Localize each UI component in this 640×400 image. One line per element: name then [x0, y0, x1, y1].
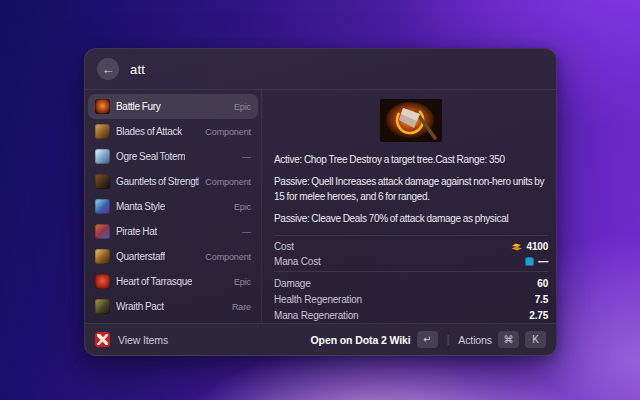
item-badge: Epic — [234, 102, 251, 112]
open-wiki-label: Open on Dota 2 Wiki — [311, 334, 411, 346]
mana-cost-label: Mana Cost — [274, 256, 321, 267]
item-badge: Epic — [234, 202, 251, 212]
status-bar: View Items Open on Dota 2 Wiki ↵ | Actio… — [85, 323, 556, 355]
item-name: Manta Style — [116, 201, 165, 212]
list-item-heart-of-tarrasque[interactable]: Heart of Tarrasque Epic — [88, 269, 258, 294]
ability-passive-quell-text: Passive: Quell Increases attack damage a… — [274, 174, 548, 204]
command-label: View Items — [118, 334, 168, 346]
quarterstaff-icon — [95, 249, 110, 264]
open-wiki-action[interactable]: Open on Dota 2 Wiki ↵ — [311, 331, 438, 348]
item-name: Battle Fury — [116, 101, 161, 112]
search-input[interactable]: att — [130, 62, 145, 77]
mana-regen-value: 2.75 — [529, 310, 548, 321]
damage-label: Damage — [274, 278, 311, 289]
item-badge: Component — [205, 127, 251, 137]
health-regen-row: Health Regeneration 7.5 — [274, 291, 548, 307]
command-key-icon: ⌘ — [498, 331, 519, 348]
launcher-window: ← att Battle Fury Epic Blades of Attack … — [84, 48, 557, 356]
mana-regen-row: Mana Regeneration 2.75 — [274, 307, 548, 323]
gold-coin-icon — [510, 242, 523, 252]
item-name: Blades of Attack — [116, 126, 182, 137]
ability-passive-cleave-text: Passive: Cleave Deals 70% of attack dama… — [274, 211, 548, 226]
damage-row: Damage 60 — [274, 275, 548, 291]
list-item-gauntlets-of-strength[interactable]: Gauntlets of Strength Component — [88, 169, 258, 194]
manta-style-icon — [95, 199, 110, 214]
results-list: Battle Fury Epic Blades of Attack Compon… — [85, 90, 261, 323]
k-key-icon: K — [525, 331, 546, 348]
mana-regen-label: Mana Regeneration — [274, 310, 358, 321]
enter-key-icon: ↵ — [417, 331, 438, 348]
detail-panel: Active: Chop Tree Destroy a target tree.… — [262, 90, 556, 323]
list-item-battle-fury[interactable]: Battle Fury Epic — [88, 94, 258, 119]
actions-label: Actions — [458, 334, 492, 346]
list-item-wraith-pact[interactable]: Wraith Pact Rare — [88, 294, 258, 319]
battle-fury-image — [380, 99, 442, 142]
gauntlets-of-strength-icon — [95, 174, 110, 189]
cost-value: 4100 — [527, 241, 548, 252]
ogre-seal-totem-icon — [95, 149, 110, 164]
health-regen-value: 7.5 — [535, 294, 548, 305]
battle-fury-icon — [95, 99, 110, 114]
desktop-background: ← att Battle Fury Epic Blades of Attack … — [0, 0, 640, 400]
actions-menu-button[interactable]: Actions ⌘ K — [458, 331, 546, 348]
list-item-quarterstaff[interactable]: Quarterstaff Component — [88, 244, 258, 269]
item-name: Heart of Tarrasque — [116, 276, 192, 287]
item-name: Pirate Hat — [116, 226, 157, 237]
item-badge: Rare — [232, 302, 251, 312]
dota2-logo-icon — [95, 332, 110, 347]
mana-cost-value: — — [538, 256, 548, 267]
item-badge: Epic — [234, 277, 251, 287]
item-badge: Component — [205, 252, 251, 262]
list-item-pirate-hat[interactable]: Pirate Hat — — [88, 219, 258, 244]
cost-label: Cost — [274, 241, 294, 252]
list-item-ogre-seal-totem[interactable]: Ogre Seal Totem — — [88, 144, 258, 169]
item-badge: — — [242, 227, 251, 237]
item-badge: — — [242, 152, 251, 162]
back-button[interactable]: ← — [97, 58, 119, 80]
item-art-wrapper — [274, 99, 548, 142]
blades-of-attack-icon — [95, 124, 110, 139]
mana-icon — [525, 257, 534, 266]
heart-of-tarrasque-icon — [95, 274, 110, 289]
ability-active-text: Active: Chop Tree Destroy a target tree.… — [274, 152, 548, 167]
item-name: Quarterstaff — [116, 251, 165, 262]
item-badge: Component — [205, 177, 251, 187]
detail-separator — [274, 271, 548, 272]
actions-divider: | — [447, 334, 450, 345]
health-regen-label: Health Regeneration — [274, 294, 362, 305]
item-name: Ogre Seal Totem — [116, 151, 185, 162]
detail-separator — [274, 235, 548, 236]
item-name: Gauntlets of Strength — [116, 176, 199, 187]
damage-value: 60 — [537, 278, 548, 289]
content-area: Battle Fury Epic Blades of Attack Compon… — [85, 90, 556, 323]
cost-row: Cost 4100 — [274, 239, 548, 254]
list-item-blades-of-attack[interactable]: Blades of Attack Component — [88, 119, 258, 144]
list-item-manta-style[interactable]: Manta Style Epic — [88, 194, 258, 219]
pirate-hat-icon — [95, 224, 110, 239]
back-arrow-icon: ← — [102, 63, 115, 76]
wraith-pact-icon — [95, 299, 110, 314]
mana-cost-row: Mana Cost — — [274, 254, 548, 269]
search-bar: ← att — [85, 49, 556, 89]
item-name: Wraith Pact — [116, 301, 164, 312]
